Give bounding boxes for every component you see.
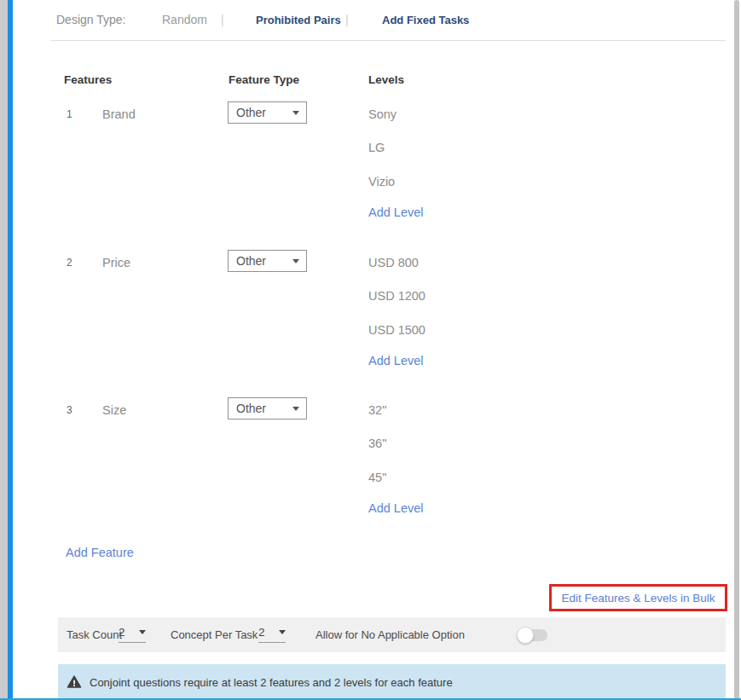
level-value[interactable]: USD 1500: [368, 323, 425, 337]
bulk-edit-highlight-box: Edit Features & Levels in Bulk: [549, 584, 727, 611]
feature-name[interactable]: Price: [102, 256, 130, 269]
level-value[interactable]: USD 1200: [368, 289, 425, 303]
feature-name[interactable]: Brand: [102, 107, 136, 121]
feature-index: 1: [67, 108, 72, 120]
level-value[interactable]: LG: [368, 141, 385, 154]
add-fixed-tasks-link[interactable]: Add Fixed Tasks: [382, 14, 469, 26]
na-option-toggle[interactable]: [518, 629, 547, 641]
task-count-value: 2: [119, 626, 125, 639]
feature-name[interactable]: Size: [102, 403, 126, 417]
design-type-label: Design Type:: [56, 13, 125, 26]
concept-per-task-value: 2: [258, 626, 265, 639]
feature-type-select[interactable]: Other: [228, 397, 307, 419]
feature-type-selected-value: Other: [236, 106, 266, 119]
feature-type-column-header: Feature Type: [229, 73, 299, 86]
add-level-link[interactable]: Add Level: [368, 205, 424, 219]
chevron-down-icon: [292, 111, 299, 115]
warning-triangle-icon: [67, 674, 82, 690]
prohibited-pairs-link[interactable]: Prohibited Pairs: [256, 14, 341, 26]
level-value[interactable]: USD 800: [368, 256, 419, 269]
feature-type-select[interactable]: Other: [228, 250, 307, 272]
level-value[interactable]: Vizio: [368, 175, 395, 188]
separator: |: [221, 13, 224, 26]
features-column-header: Features: [64, 73, 112, 86]
level-value[interactable]: Sony: [368, 107, 397, 121]
edit-features-levels-in-bulk-link[interactable]: Edit Features & Levels in Bulk: [561, 592, 715, 605]
chevron-down-icon: [139, 630, 146, 634]
add-level-link[interactable]: Add Level: [368, 501, 424, 515]
add-feature-link[interactable]: Add Feature: [66, 546, 134, 559]
validation-notice: Conjoint questions require at least 2 fe…: [58, 664, 726, 700]
left-gutter: [0, 0, 8, 700]
feature-type-select[interactable]: Other: [228, 101, 307, 124]
add-level-link[interactable]: Add Level: [368, 354, 424, 367]
feature-type-selected-value: Other: [236, 254, 266, 268]
level-value[interactable]: 32": [368, 403, 386, 417]
selected-question-accent-bar: [8, 0, 13, 700]
chevron-down-icon: [292, 407, 299, 411]
notice-text: Conjoint questions require at least 2 fe…: [90, 676, 453, 689]
level-value[interactable]: 45": [368, 471, 386, 484]
na-option-label: Allow for No Applicable Option: [316, 628, 465, 641]
concept-per-task-label: Concept Per Task: [171, 628, 258, 641]
toggle-knob: [517, 627, 534, 644]
feature-type-selected-value: Other: [236, 402, 266, 415]
design-type-option-random[interactable]: Random: [162, 13, 207, 26]
vertical-scrollbar[interactable]: [734, 0, 739, 700]
task-count-dropdown[interactable]: 2: [119, 626, 146, 643]
chevron-down-icon: [279, 630, 286, 634]
concept-per-task-dropdown[interactable]: 2: [258, 626, 286, 643]
feature-index: 2: [67, 257, 72, 269]
conjoint-settings-bar: Task Count 2 Concept Per Task 2 Allow fo…: [58, 617, 726, 652]
levels-column-header: Levels: [368, 73, 404, 86]
chevron-down-icon: [292, 259, 299, 263]
level-value[interactable]: 36": [368, 437, 386, 450]
feature-index: 3: [67, 404, 72, 416]
task-count-label: Task Count: [67, 628, 122, 641]
conjoint-question-editor: Design Type: Random | Prohibited Pairs |…: [0, 0, 741, 700]
separator: |: [345, 13, 349, 26]
section-divider: [51, 40, 726, 41]
